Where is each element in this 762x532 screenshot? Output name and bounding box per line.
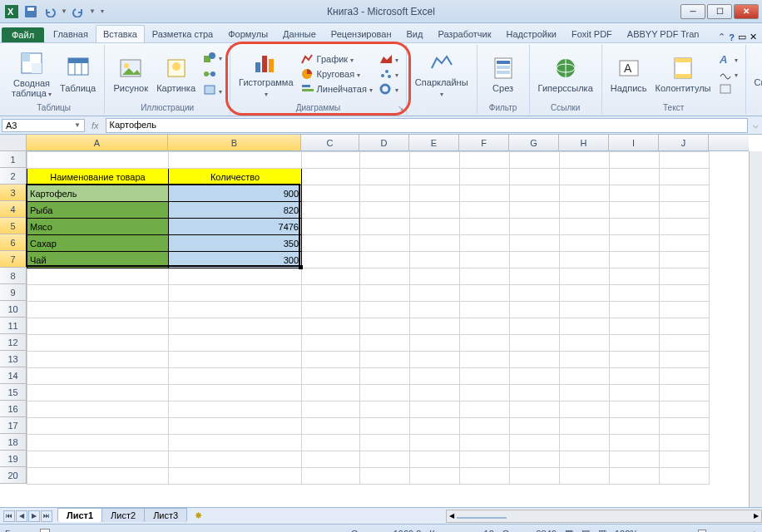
cell-J11[interactable] [660, 318, 710, 335]
cell-C16[interactable] [302, 401, 360, 418]
cell-G17[interactable] [510, 418, 560, 435]
sparklines-button[interactable]: Спарклайны [412, 47, 472, 101]
cell-C2[interactable] [302, 169, 360, 185]
next-sheet-icon[interactable]: ▶ [28, 510, 40, 522]
row-header-18[interactable]: 18 [0, 434, 26, 451]
cell-F17[interactable] [460, 418, 510, 435]
cell-H16[interactable] [560, 401, 610, 418]
column-chart-button[interactable]: Гистограмма [235, 47, 297, 101]
cell-E4[interactable] [410, 202, 460, 219]
cell-E2[interactable] [410, 169, 460, 185]
cell-E18[interactable] [410, 435, 460, 451]
view-normal-icon[interactable]: ▦ [565, 528, 573, 532]
cell-J14[interactable] [660, 368, 710, 385]
cell-I17[interactable] [610, 418, 660, 435]
cell-E7[interactable] [410, 252, 460, 268]
cell-J19[interactable] [660, 451, 710, 468]
cell-A20[interactable] [27, 468, 169, 485]
cell-F20[interactable] [460, 468, 510, 485]
col-header-E[interactable]: E [409, 135, 459, 150]
close-button[interactable]: ✕ [734, 4, 759, 19]
cell-D20[interactable] [360, 468, 410, 485]
ribbon-tab-4[interactable]: Данные [275, 25, 324, 42]
cell-C18[interactable] [302, 435, 360, 451]
cell-E19[interactable] [410, 451, 460, 468]
cell-E15[interactable] [410, 385, 460, 401]
view-pagebreak-icon[interactable]: ▥ [598, 528, 606, 532]
cell-J1[interactable] [660, 152, 710, 169]
line-chart-button[interactable]: График [299, 52, 375, 66]
cell-J13[interactable] [660, 352, 710, 368]
cell-F18[interactable] [460, 435, 510, 451]
dropdown-icon[interactable]: ▼ [89, 7, 96, 15]
cell-A8[interactable] [27, 268, 169, 285]
cell-D18[interactable] [360, 435, 410, 451]
last-sheet-icon[interactable]: ⏭ [41, 510, 52, 522]
macro-record-icon[interactable] [40, 529, 50, 533]
cell-I18[interactable] [610, 435, 660, 451]
cell-C11[interactable] [302, 318, 360, 335]
cell-G20[interactable] [510, 468, 560, 485]
wordart-button[interactable]: A [716, 52, 740, 66]
save-icon[interactable] [22, 3, 39, 20]
qat-customize-icon[interactable]: ▾ [98, 7, 104, 15]
pie-chart-button[interactable]: Круговая [299, 67, 375, 81]
cell-F16[interactable] [460, 401, 510, 418]
cell-F1[interactable] [460, 152, 510, 169]
cell-C8[interactable] [302, 268, 360, 285]
col-header-H[interactable]: H [559, 135, 609, 150]
cell-D14[interactable] [360, 368, 410, 385]
symbol-button[interactable]: Ω Символы [751, 47, 762, 101]
cell-E5[interactable] [410, 219, 460, 235]
cell-B12[interactable] [169, 335, 302, 352]
ribbon-tab-10[interactable]: ABBYY PDF Tran [620, 25, 707, 42]
cell-B14[interactable] [169, 368, 302, 385]
row-header-7[interactable]: 7 [0, 251, 26, 268]
screenshot-button[interactable] [200, 83, 225, 98]
row-header-1[interactable]: 1 [0, 151, 26, 168]
ribbon-tab-7[interactable]: Разработчик [430, 25, 498, 42]
cell-E1[interactable] [410, 152, 460, 169]
cell-G13[interactable] [510, 352, 560, 368]
col-header-B[interactable]: B [168, 135, 301, 150]
scatter-chart-button[interactable] [377, 67, 401, 81]
cell-B18[interactable] [169, 435, 302, 451]
cell-C17[interactable] [302, 418, 360, 435]
cell-H8[interactable] [560, 268, 610, 285]
smartart-button[interactable] [200, 66, 225, 81]
cell-A3[interactable]: Картофель [27, 185, 169, 202]
cell-G15[interactable] [510, 385, 560, 401]
cell-I12[interactable] [610, 335, 660, 352]
ribbon-tab-8[interactable]: Надстройки [499, 25, 564, 42]
cell-C5[interactable] [302, 219, 360, 235]
redo-icon[interactable] [70, 3, 87, 20]
cell-J4[interactable] [660, 202, 710, 219]
ribbon-tab-6[interactable]: Вид [399, 25, 431, 42]
cell-D2[interactable] [360, 169, 410, 185]
cell-I5[interactable] [610, 219, 660, 235]
col-header-A[interactable]: A [27, 135, 168, 150]
cell-F12[interactable] [460, 335, 510, 352]
cell-H19[interactable] [560, 451, 610, 468]
row-header-5[interactable]: 5 [0, 218, 26, 234]
undo-icon[interactable] [42, 3, 58, 20]
row-header-9[interactable]: 9 [0, 284, 26, 301]
cell-I11[interactable] [610, 318, 660, 335]
cell-A7[interactable]: Чай [27, 252, 169, 268]
cell-I13[interactable] [610, 352, 660, 368]
sheet-tab-1[interactable]: Лист2 [101, 508, 145, 522]
hyperlink-button[interactable]: Гиперссылка [535, 53, 596, 95]
cell-C7[interactable] [302, 252, 360, 268]
ribbon-tab-0[interactable]: Главная [46, 25, 96, 42]
cell-H18[interactable] [560, 435, 610, 451]
cell-D15[interactable] [360, 385, 410, 401]
cell-G11[interactable] [510, 318, 560, 335]
row-header-17[interactable]: 17 [0, 417, 26, 434]
object-button[interactable] [716, 82, 740, 96]
cell-A10[interactable] [27, 302, 169, 318]
excel-icon[interactable]: X [3, 3, 20, 20]
cell-I7[interactable] [610, 252, 660, 268]
cell-A1[interactable] [27, 152, 169, 169]
bar-chart-button[interactable]: Линейчатая [299, 82, 375, 96]
row-header-20[interactable]: 20 [0, 467, 26, 484]
